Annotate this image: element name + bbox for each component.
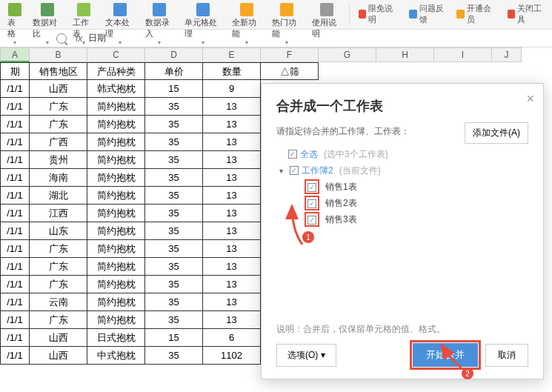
cell[interactable]: 1102 — [203, 347, 261, 365]
cell[interactable]: 13 — [203, 311, 261, 329]
cell[interactable]: 湖北 — [30, 187, 87, 205]
cell[interactable]: 35 — [145, 240, 203, 258]
cell[interactable]: 韩式抱枕 — [87, 80, 145, 98]
tree-select-all[interactable]: 全选 (选中3个工作表) — [279, 146, 528, 162]
cell[interactable]: 山西 — [30, 347, 87, 365]
cell[interactable]: /1/1 — [0, 347, 30, 365]
header-cell[interactable]: 期 — [0, 62, 30, 80]
cell[interactable]: 35 — [145, 169, 203, 187]
tree-workbook[interactable]: ▾ 工作簿2 (当前文件) — [279, 162, 528, 179]
ribbon-help[interactable]: 使用说明 — [307, 1, 346, 41]
checkbox-icon[interactable] — [290, 166, 299, 175]
cell[interactable]: 简约抱枕 — [87, 311, 145, 329]
header-cell[interactable]: 产品种类 — [87, 62, 145, 80]
cell[interactable]: 中式抱枕 — [87, 347, 145, 365]
cell[interactable]: 云南 — [30, 293, 87, 311]
cell[interactable]: 广东 — [30, 311, 87, 329]
cell[interactable]: 日式抱枕 — [87, 329, 145, 347]
cell[interactable]: 简约抱枕 — [87, 151, 145, 169]
ribbon-data-entry[interactable]: 数据录入▾ — [141, 1, 179, 47]
cell[interactable]: 13 — [203, 116, 261, 133]
cell[interactable]: 9 — [203, 80, 261, 98]
tree-sheet-2[interactable]: 销售2表 — [279, 195, 528, 211]
options-button[interactable]: 选项(O)▾ — [276, 344, 336, 367]
cell[interactable]: 简约抱枕 — [87, 205, 145, 222]
cell[interactable]: 13 — [203, 240, 261, 258]
cell[interactable]: 简约抱枕 — [87, 293, 145, 311]
cell[interactable]: 13 — [203, 205, 261, 222]
search-icon[interactable] — [56, 33, 67, 44]
col-header-h[interactable]: H — [376, 47, 434, 62]
cell[interactable]: 山东 — [30, 222, 87, 240]
header-cell[interactable]: 数量 — [203, 62, 261, 80]
add-file-button[interactable]: 添加文件(A) — [465, 122, 528, 144]
cell[interactable]: 15 — [145, 329, 203, 347]
cell[interactable]: 35 — [145, 187, 203, 205]
cell[interactable]: /1/1 — [0, 205, 30, 222]
cell[interactable]: /1/1 — [0, 98, 30, 116]
cell[interactable]: 广东 — [30, 276, 87, 293]
ribbon-tables[interactable]: 表格▾ — [3, 1, 27, 47]
cell[interactable]: 简约抱枕 — [87, 222, 145, 240]
cell[interactable]: /1/1 — [0, 169, 30, 187]
col-header-b[interactable]: B — [30, 47, 87, 62]
cell[interactable]: 35 — [145, 205, 203, 222]
cell[interactable]: 13 — [203, 187, 261, 205]
ribbon-text[interactable]: 文本处理▾ — [101, 1, 139, 47]
cell[interactable]: 35 — [145, 276, 203, 293]
col-header-a[interactable]: A — [0, 47, 30, 62]
cell[interactable]: 简约抱枕 — [87, 258, 145, 276]
cell[interactable]: /1/1 — [0, 276, 30, 293]
ribbon-close-tool[interactable]: 关闭工具 — [505, 1, 549, 27]
cell[interactable]: /1/1 — [0, 240, 30, 258]
cell[interactable]: 6 — [203, 329, 261, 347]
cell[interactable]: /1/1 — [0, 329, 30, 347]
col-header-j[interactable]: J — [492, 47, 522, 62]
cell[interactable]: 35 — [145, 133, 203, 151]
header-cell[interactable]: 单价 — [145, 62, 203, 80]
tree-sheet-1[interactable]: 销售1表 — [279, 179, 528, 195]
cell[interactable]: 35 — [145, 116, 203, 133]
col-header-c[interactable]: C — [87, 47, 145, 62]
cell[interactable]: /1/1 — [0, 151, 30, 169]
cell[interactable]: 13 — [203, 293, 261, 311]
cell[interactable]: 13 — [203, 133, 261, 151]
cell[interactable]: 35 — [145, 151, 203, 169]
formula-content[interactable]: 日期 — [88, 32, 106, 44]
cell[interactable]: /1/1 — [0, 258, 30, 276]
cell[interactable]: 广东 — [30, 240, 87, 258]
ribbon-cell[interactable]: 单元格处理▾ — [180, 1, 226, 47]
ribbon-new-features[interactable]: 全新功能▾ — [227, 1, 266, 47]
cell[interactable]: 简约抱枕 — [87, 169, 145, 187]
cell[interactable]: 简约抱枕 — [87, 98, 145, 116]
tree-sheet-3[interactable]: 销售3表 — [279, 211, 528, 227]
cell[interactable]: 13 — [203, 276, 261, 293]
cancel-button[interactable]: 取消 — [485, 344, 528, 367]
header-cell[interactable]: △筛 — [261, 62, 319, 80]
cell[interactable]: 贵州 — [30, 151, 87, 169]
cell[interactable]: 江西 — [30, 205, 87, 222]
ribbon-limit-free[interactable]: 限免说明 — [356, 1, 400, 27]
cell[interactable]: 35 — [145, 293, 203, 311]
fx-label[interactable]: fx — [76, 33, 82, 44]
cell[interactable]: 35 — [145, 98, 203, 116]
cell[interactable]: /1/1 — [0, 187, 30, 205]
ribbon-feedback[interactable]: 问题反馈 — [406, 1, 450, 27]
ribbon-membership[interactable]: 开通会员 — [453, 1, 498, 27]
cell[interactable]: 13 — [203, 151, 261, 169]
cell[interactable]: 35 — [145, 311, 203, 329]
col-header-e[interactable]: E — [203, 47, 261, 62]
col-header-f[interactable]: F — [261, 47, 319, 62]
cell[interactable]: 13 — [203, 98, 261, 116]
cell[interactable]: 简约抱枕 — [87, 133, 145, 151]
cell[interactable]: 35 — [145, 258, 203, 276]
cell[interactable]: 简约抱枕 — [87, 187, 145, 205]
cell[interactable]: /1/1 — [0, 116, 30, 133]
ribbon-hot-features[interactable]: 热门功能▾ — [267, 1, 306, 47]
checkbox-icon[interactable] — [288, 150, 297, 159]
cell[interactable]: 13 — [203, 169, 261, 187]
cell[interactable]: 简约抱枕 — [87, 276, 145, 293]
col-header-i[interactable]: I — [434, 47, 492, 62]
cell[interactable]: 13 — [203, 222, 261, 240]
header-cell[interactable]: 销售地区 — [30, 62, 87, 80]
